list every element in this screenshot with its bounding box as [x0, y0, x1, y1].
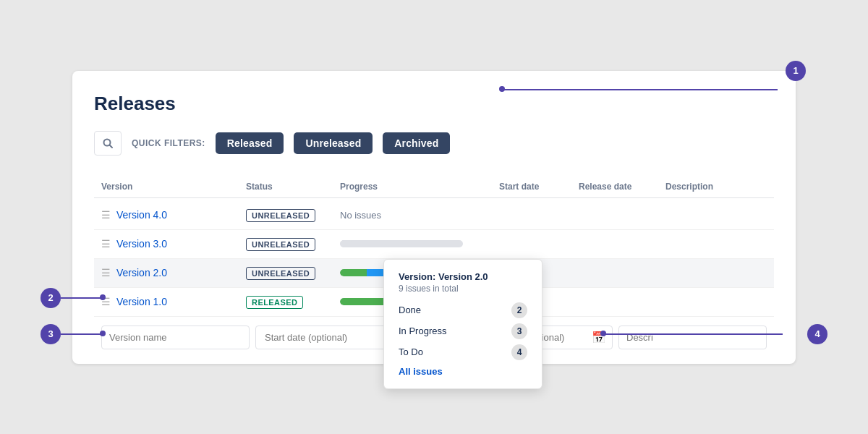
annotation-line-4 — [602, 333, 783, 335]
col-status: Status — [246, 182, 340, 192]
tooltip-row-todo: To Do 4 — [399, 344, 527, 360]
annotation-dot-2 — [100, 294, 106, 300]
row-drag-handle: ☰ Version 1.0 — [101, 296, 246, 307]
tooltip-inprogress-label: In Progress — [399, 326, 446, 336]
filter-archived[interactable]: Archived — [383, 132, 450, 154]
col-startdate: Start date — [499, 182, 579, 192]
status-badge: UNRELEASED — [246, 267, 315, 280]
annotation-line-3 — [61, 333, 101, 335]
tooltip-row-inprogress: In Progress 3 — [399, 323, 527, 339]
tooltip-todo-label: To Do — [399, 346, 423, 357]
col-releasedate: Release date — [579, 182, 665, 192]
svg-line-1 — [110, 145, 113, 148]
progress-cell: No issues — [340, 208, 499, 221]
annotation-3: 3 — [41, 324, 61, 344]
releases-card: 1 2 3 4 Releases QUICK FILTERS: Released… — [72, 71, 796, 364]
drag-icon: ☰ — [101, 267, 111, 278]
tooltip-row-done: Done 2 — [399, 302, 527, 318]
row-drag-handle: ☰ Version 4.0 — [101, 209, 246, 221]
drag-icon: ☰ — [101, 209, 111, 221]
status-badge: RELEASED — [246, 296, 303, 309]
row-drag-handle: ☰ Version 3.0 — [101, 238, 246, 250]
status-cell: UNRELEASED — [246, 266, 340, 280]
status-badge: UNRELEASED — [246, 238, 315, 251]
version-link[interactable]: Version 4.0 — [116, 209, 167, 221]
status-cell: RELEASED — [246, 295, 340, 309]
annotation-1: 1 — [786, 61, 806, 81]
search-icon — [102, 137, 114, 149]
progress-cell — [340, 240, 499, 247]
version-link[interactable]: Version 2.0 — [116, 267, 167, 278]
col-progress: Progress — [340, 182, 499, 192]
filter-bar: QUICK FILTERS: Released Unreleased Archi… — [94, 131, 774, 156]
quick-filters-label: QUICK FILTERS: — [132, 138, 205, 148]
tooltip-version-title: Version: Version 2.0 — [399, 271, 527, 282]
version-link[interactable]: Version 3.0 — [116, 238, 167, 250]
col-version: Version — [101, 182, 246, 192]
annotation-line-2 — [61, 297, 101, 299]
tooltip-todo-count: 4 — [511, 344, 527, 360]
version-link[interactable]: Version 1.0 — [116, 296, 167, 307]
status-badge: UNRELEASED — [246, 209, 315, 222]
done-segment — [340, 269, 367, 276]
table-header: Version Status Progress Start date Relea… — [94, 176, 774, 198]
status-cell: UNRELEASED — [246, 237, 340, 251]
progress-text: No issues — [340, 210, 381, 221]
annotation-4: 4 — [807, 324, 827, 344]
annotation-dot-1 — [499, 86, 505, 92]
annotation-dot-3 — [100, 331, 106, 336]
tooltip-inprogress-count: 3 — [511, 323, 527, 339]
page-title: Releases — [94, 93, 774, 115]
search-box[interactable] — [94, 131, 122, 156]
filter-unreleased[interactable]: Unreleased — [294, 132, 373, 154]
tooltip-popup: Version: Version 2.0 9 issues in total D… — [383, 259, 542, 389]
progress-bar — [340, 240, 463, 247]
all-issues-link[interactable]: All issues — [399, 366, 527, 377]
description-input[interactable] — [618, 326, 767, 349]
tooltip-issues-total: 9 issues in total — [399, 284, 527, 294]
filter-released[interactable]: Released — [216, 132, 284, 154]
col-description: Description — [665, 182, 767, 192]
annotation-line-1 — [503, 89, 778, 90]
table-row[interactable]: ☰ Version 4.0 UNRELEASED No issues — [94, 201, 774, 230]
tooltip-done-label: Done — [399, 305, 421, 315]
drag-icon: ☰ — [101, 238, 111, 250]
tooltip-done-count: 2 — [511, 302, 527, 318]
table-row[interactable]: ☰ Version 3.0 UNRELEASED — [94, 230, 774, 259]
row-drag-handle: ☰ Version 2.0 — [101, 267, 246, 278]
annotation-2: 2 — [41, 288, 61, 308]
version-name-input[interactable] — [101, 326, 250, 349]
annotation-dot-4 — [600, 331, 606, 336]
status-cell: UNRELEASED — [246, 208, 340, 222]
progress-bar-fill — [340, 240, 352, 247]
start-date-input[interactable] — [262, 326, 389, 349]
